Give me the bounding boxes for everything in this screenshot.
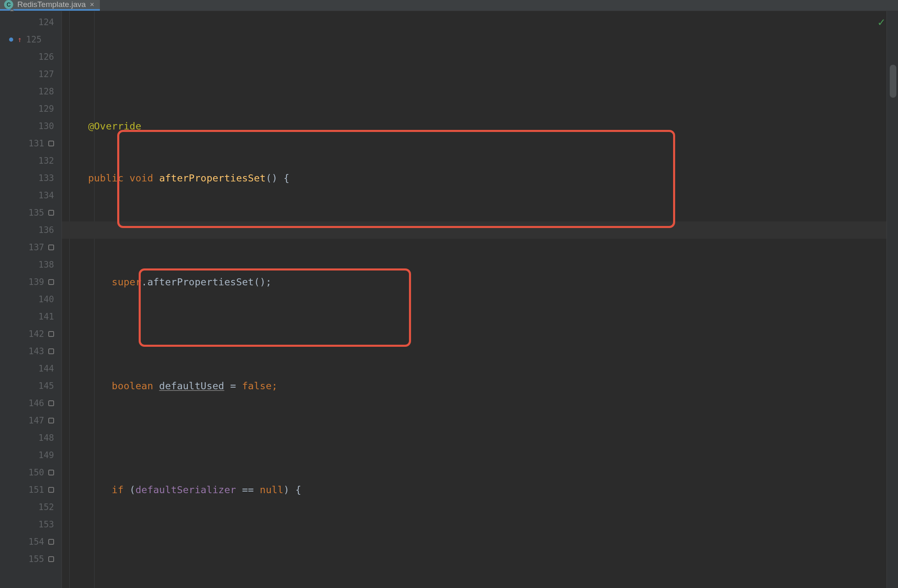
- line-number: 146: [28, 395, 44, 412]
- code-editor[interactable]: @Override public void afterPropertiesSet…: [62, 11, 898, 588]
- line-number: 129: [38, 100, 54, 118]
- line-number: 151: [28, 481, 44, 499]
- line-number: 127: [38, 66, 54, 83]
- line-number: 130: [38, 118, 54, 135]
- line-number: 143: [28, 343, 44, 360]
- code-line[interactable]: [62, 429, 898, 447]
- line-number: 145: [38, 377, 54, 395]
- line-number: 147: [28, 412, 44, 429]
- line-number: 152: [38, 499, 54, 516]
- line-number: 138: [38, 256, 54, 273]
- code-line[interactable]: super.afterPropertiesSet();: [62, 273, 898, 291]
- code-line[interactable]: [62, 221, 898, 239]
- line-number: 124: [38, 14, 54, 31]
- code-line[interactable]: public void afterPropertiesSet() {: [62, 169, 898, 187]
- line-number: 155: [28, 550, 44, 568]
- fold-icon[interactable]: [48, 487, 54, 493]
- fold-icon[interactable]: [48, 418, 54, 423]
- fold-icon[interactable]: [48, 245, 54, 250]
- code-line[interactable]: if (defaultSerializer == null) {: [62, 481, 898, 499]
- code-line[interactable]: @Override: [62, 118, 898, 135]
- scrollbar-thumb[interactable]: [890, 65, 896, 98]
- line-number: 141: [38, 308, 54, 325]
- fold-icon[interactable]: [48, 556, 54, 562]
- tab-filename: RedisTemplate.java: [17, 0, 86, 9]
- line-number: 131: [28, 135, 44, 152]
- line-number: 133: [38, 169, 54, 187]
- line-number: 135: [28, 204, 44, 221]
- line-number: 137: [28, 239, 44, 256]
- override-up-icon: ↑: [17, 31, 22, 48]
- line-number: 140: [38, 291, 54, 308]
- code-line[interactable]: defaultSerializer = new JdkSerialization…: [62, 585, 898, 588]
- line-number: 139: [28, 273, 44, 291]
- fold-icon[interactable]: [48, 141, 54, 146]
- line-number: 134: [38, 187, 54, 204]
- line-number: 149: [38, 447, 54, 464]
- fold-icon[interactable]: [48, 210, 54, 216]
- tab-bar: C RedisTemplate.java ×: [0, 0, 898, 11]
- line-number: 154: [28, 533, 44, 550]
- fold-icon[interactable]: [48, 348, 54, 354]
- line-number: 150: [28, 464, 44, 481]
- editor-body: 124 ↑125 126 127 128 129 130 131 132 133…: [0, 11, 898, 588]
- inspection-ok-icon[interactable]: ✓: [878, 15, 885, 29]
- fold-icon[interactable]: [48, 331, 54, 337]
- line-number: 142: [28, 325, 44, 343]
- override-marker-icon[interactable]: [9, 38, 13, 42]
- fold-icon[interactable]: [48, 539, 54, 545]
- code-line[interactable]: [62, 533, 898, 550]
- fold-icon[interactable]: [48, 400, 54, 406]
- fold-icon[interactable]: [48, 279, 54, 285]
- java-class-icon: C: [4, 0, 13, 9]
- line-number: 144: [38, 360, 54, 377]
- line-number: 132: [38, 152, 54, 169]
- code-line[interactable]: [62, 325, 898, 343]
- editor-tab[interactable]: C RedisTemplate.java ×: [0, 0, 100, 11]
- line-number: 136: [38, 221, 54, 239]
- line-number-gutter[interactable]: 124 ↑125 126 127 128 129 130 131 132 133…: [0, 11, 62, 588]
- line-number: 126: [38, 48, 54, 66]
- line-number: 125: [26, 31, 42, 48]
- line-number: 128: [38, 83, 54, 100]
- line-number: 153: [38, 516, 54, 533]
- fold-icon[interactable]: [48, 470, 54, 475]
- line-number: 148: [38, 429, 54, 447]
- ide-editor: C RedisTemplate.java × 124 ↑125 126 127 …: [0, 0, 898, 588]
- code-line[interactable]: boolean defaultUsed = false;: [62, 377, 898, 395]
- close-icon[interactable]: ×: [90, 0, 95, 9]
